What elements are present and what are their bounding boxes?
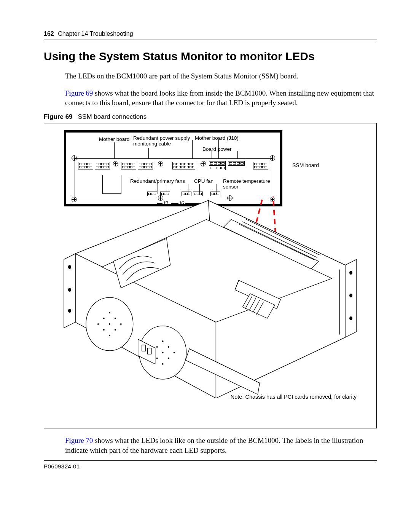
body-text: shows what the LEDs look like on the out… — [65, 436, 363, 454]
connector-icon — [210, 192, 220, 196]
callout-text: Remote temperature sensor — [223, 178, 272, 190]
footer-doc-id: P0609324 01 — [44, 460, 377, 470]
svg-point-18 — [162, 340, 164, 342]
figure-xref-link[interactable]: Figure 69 — [65, 89, 93, 97]
svg-point-16 — [156, 358, 158, 359]
figure-title: SSM board connections — [78, 113, 147, 120]
screw-icon — [270, 155, 275, 161]
svg-point-10 — [109, 335, 110, 336]
connector-icon — [95, 162, 110, 169]
svg-point-5 — [103, 318, 105, 319]
lead-line — [188, 184, 188, 194]
svg-point-7 — [103, 329, 105, 331]
svg-rect-38 — [148, 348, 151, 354]
lead-line — [218, 140, 219, 158]
lead-line — [237, 151, 238, 159]
svg-point-6 — [115, 318, 116, 319]
figure-frame: Mother board Redundant power supply moni… — [44, 123, 377, 428]
technical-diagram: Mother board Redundant power supply moni… — [53, 128, 368, 421]
connector-icon — [209, 166, 226, 170]
section-heading: Using the System Status Monitor to monit… — [44, 50, 377, 63]
screw-icon — [113, 161, 118, 166]
svg-point-15 — [168, 346, 169, 348]
svg-point-26 — [349, 316, 352, 320]
figure-caption: Figure 69 SSM board connections — [44, 113, 377, 121]
chapter-label: Chapter 14 Troubleshooting — [58, 30, 133, 37]
screw-icon — [158, 161, 163, 166]
page-number: 162 — [44, 30, 54, 37]
svg-point-21 — [174, 352, 175, 353]
figure-number: Figure 69 — [44, 113, 73, 120]
ssm-board-detail: Mother board Redundant power supply moni… — [64, 130, 282, 206]
svg-rect-37 — [142, 345, 146, 351]
svg-point-9 — [109, 312, 110, 313]
callout-text: Board power — [202, 146, 232, 152]
svg-point-13 — [162, 352, 164, 353]
svg-point-4 — [109, 323, 110, 325]
lead-line — [212, 151, 212, 159]
figure-xref-link[interactable]: Figure 70 — [65, 436, 93, 444]
connector-icon — [193, 192, 203, 196]
body-text: shows what the board looks like from ins… — [65, 89, 374, 107]
chassis-illustration — [53, 197, 368, 421]
screw-icon — [201, 161, 206, 166]
svg-point-8 — [115, 329, 116, 331]
connector-icon — [182, 192, 191, 196]
svg-point-17 — [168, 358, 169, 359]
svg-point-29 — [68, 309, 71, 313]
connector-icon — [172, 162, 195, 169]
lead-line — [167, 184, 167, 194]
connector-icon — [228, 161, 245, 166]
callout-text: SSM board — [292, 162, 319, 168]
callout-text: Mother board (J10) — [195, 135, 239, 141]
figure-note: Note: Chassis has all PCI cards removed,… — [231, 394, 357, 400]
svg-point-24 — [349, 271, 352, 275]
lead-line — [217, 184, 217, 194]
callout-text: Mother board — [99, 136, 129, 142]
callout-text: Redundant power supply monitoring cable — [133, 135, 190, 147]
lead-line — [158, 184, 158, 194]
lead-line — [199, 184, 200, 194]
lead-line — [114, 142, 115, 158]
ic-icon — [102, 175, 121, 194]
connector-icon — [253, 162, 268, 169]
callout-text: CPU fan — [194, 178, 213, 184]
connector-icon — [121, 162, 136, 169]
svg-point-28 — [68, 288, 71, 292]
svg-point-11 — [97, 323, 99, 325]
svg-point-25 — [349, 294, 352, 297]
callout-text: Redundant/primary fans — [130, 178, 185, 184]
connector-icon — [78, 162, 93, 169]
running-header: 162 Chapter 14 Troubleshooting — [44, 30, 377, 37]
lead-line — [192, 140, 193, 158]
lead-line — [148, 148, 149, 158]
connector-icon — [138, 162, 153, 169]
connector-icon — [209, 161, 226, 166]
screw-icon — [72, 155, 77, 161]
body-paragraph: Figure 70 shows what the LEDs look like … — [65, 436, 377, 455]
svg-point-19 — [162, 363, 164, 365]
body-paragraph: The LEDs on the BCM1000 are part of the … — [65, 71, 377, 81]
svg-point-14 — [156, 346, 158, 348]
body-paragraph: Figure 69 shows what the board looks lik… — [65, 88, 377, 108]
header-rule — [44, 40, 377, 40]
svg-point-12 — [120, 323, 122, 325]
connector-icon — [147, 192, 157, 196]
svg-point-27 — [68, 265, 71, 269]
